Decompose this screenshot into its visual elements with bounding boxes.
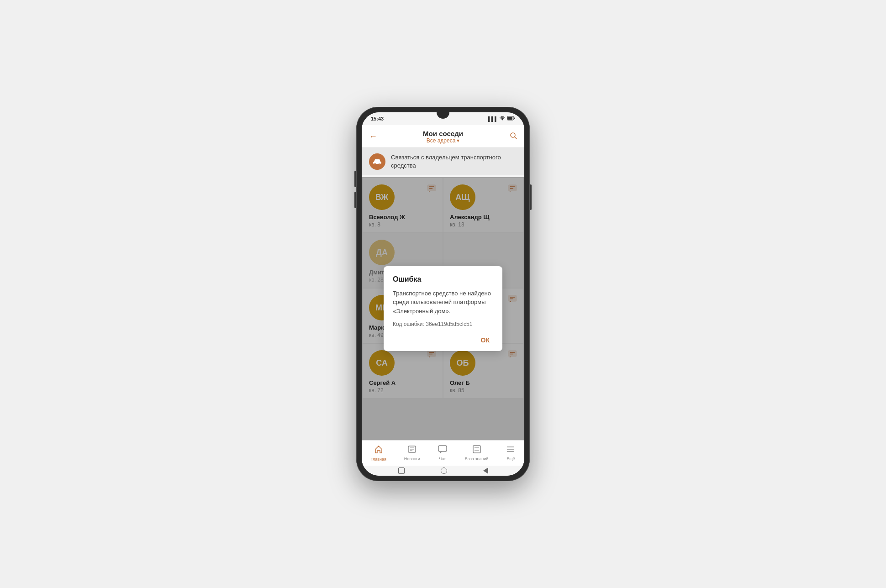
modal-actions: ОК — [393, 335, 493, 346]
volume-up-button[interactable] — [354, 171, 356, 187]
battery-icon — [507, 116, 515, 121]
nav-knowledge-label: База знаний — [465, 457, 489, 461]
svg-line-5 — [515, 137, 517, 139]
svg-rect-3 — [507, 117, 512, 120]
nav-more[interactable]: Ещё — [506, 445, 515, 461]
svg-rect-2 — [514, 118, 515, 119]
status-icons: ▌▌▌ — [488, 116, 515, 121]
home-hardware-button[interactable] — [441, 467, 447, 474]
nav-chat-label: Чат — [439, 457, 446, 461]
error-code: Код ошибки: 36ee119d5d5cfc51 — [393, 321, 493, 327]
svg-point-9 — [374, 163, 375, 164]
banner-label: Связаться с владельцем транспортного сре… — [391, 153, 517, 170]
chevron-down-icon: ▾ — [457, 137, 459, 144]
wifi-icon — [500, 116, 505, 121]
svg-point-0 — [502, 120, 503, 121]
nav-chat[interactable]: Чат — [438, 445, 447, 461]
svg-point-10 — [379, 163, 380, 164]
power-button[interactable] — [530, 184, 532, 210]
modal-body: Транспортное средство не найдено среди п… — [393, 289, 493, 316]
nav-news-label: Новости — [404, 457, 420, 461]
back-hardware-button[interactable] — [483, 467, 488, 474]
content-area: ВЖ Всеволод Ж кв. 8 АЩ Александр Щ кв. 1… — [362, 177, 524, 440]
back-button[interactable]: ← — [369, 131, 377, 141]
bottom-nav: Главная Новости Чат База знаний — [362, 440, 524, 466]
contact-vehicle-banner[interactable]: Связаться с владельцем транспортного сре… — [362, 148, 524, 175]
modal-overlay: Ошибка Транспортное средство не найдено … — [362, 177, 524, 440]
phone-screen: 15:43 ▌▌▌ ← Мои соседи Все адреса ▾ — [362, 112, 524, 476]
status-time: 15:43 — [371, 116, 384, 121]
home-icon — [374, 445, 383, 456]
ok-button[interactable]: ОК — [477, 335, 493, 346]
phone-frame: 15:43 ▌▌▌ ← Мои соседи Все адреса ▾ — [356, 107, 530, 481]
chat-nav-icon — [438, 445, 447, 456]
signal-icon: ▌▌▌ — [488, 116, 498, 121]
search-button[interactable] — [510, 132, 517, 141]
recent-apps-button[interactable] — [398, 467, 405, 474]
nav-knowledge[interactable]: База знаний — [465, 445, 489, 461]
modal-title: Ошибка — [393, 275, 493, 284]
nav-more-label: Ещё — [506, 457, 515, 461]
news-icon — [407, 445, 417, 456]
knowledge-icon — [472, 445, 481, 456]
notch — [437, 112, 449, 119]
nav-home[interactable]: Главная — [371, 445, 386, 462]
svg-rect-33 — [438, 446, 447, 452]
car-icon — [369, 153, 385, 170]
nav-home-label: Главная — [371, 457, 386, 462]
status-bar: 15:43 ▌▌▌ — [362, 112, 524, 125]
error-dialog: Ошибка Транспортное средство не найдено … — [384, 266, 502, 352]
app-header: ← Мои соседи Все адреса ▾ — [362, 125, 524, 148]
nav-news[interactable]: Новости — [404, 445, 420, 461]
page-title: Мои соседи — [369, 130, 517, 137]
address-selector[interactable]: Все адреса ▾ — [369, 137, 517, 144]
more-icon — [506, 445, 515, 456]
volume-down-button[interactable] — [354, 192, 356, 208]
android-nav-bar — [362, 466, 524, 476]
